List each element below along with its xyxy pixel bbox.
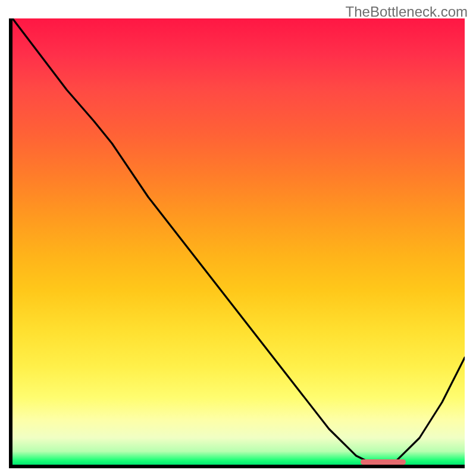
watermark-text: TheBottleneck.com — [346, 4, 468, 20]
plot-area — [12, 18, 465, 465]
chart-container: TheBottleneck.com — [0, 0, 476, 476]
bottleneck-curve — [12, 18, 465, 465]
y-axis — [9, 18, 12, 468]
zero-bottleneck-range-marker — [361, 459, 406, 465]
curve-path — [12, 18, 465, 465]
x-axis — [12, 465, 465, 468]
